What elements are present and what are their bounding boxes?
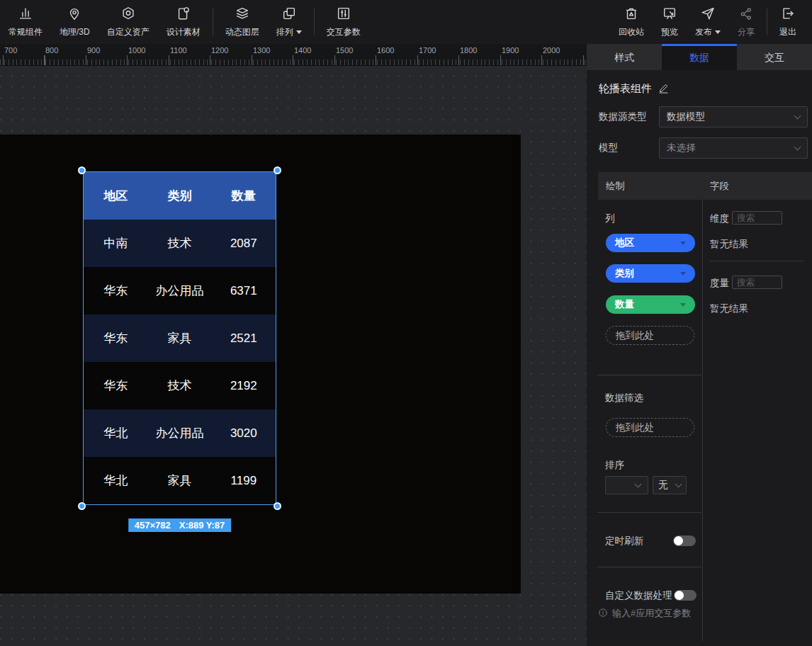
section-divider xyxy=(710,261,803,261)
app-window: 常规组件 地理/3D 自定义资产 设计素材 动态图层 排列 xyxy=(0,0,812,646)
table-cell: 办公用品 xyxy=(147,283,211,299)
selection-size-badge: 457×782 X:889 Y:87 xyxy=(128,518,232,532)
table-cell: 家具 xyxy=(147,472,211,489)
table-cell: 3020 xyxy=(212,426,276,441)
select-value: 无 xyxy=(658,479,668,492)
resize-handle-top-right[interactable] xyxy=(274,166,281,174)
share-nodes-icon xyxy=(738,6,754,23)
toolbar-divider xyxy=(767,8,767,35)
section-fields-label[interactable]: 字段 xyxy=(702,180,729,193)
settings-panel: 样式 数据 交互 轮播表组件 数据源类型 数据模型 模型 未选择 绘制 字段 列… xyxy=(587,44,812,646)
table-row: 华东 技术 2192 xyxy=(84,362,276,409)
toolbar-item-label: 分享 xyxy=(738,26,755,38)
toolbar-item-interaction-params[interactable]: 交互参数 xyxy=(318,0,369,44)
table-row: 华东 家具 2521 xyxy=(84,314,276,362)
sort-order-select[interactable]: 无 xyxy=(653,476,687,494)
bar-chart-icon xyxy=(18,6,33,23)
toolbar-left-group: 常规组件 地理/3D 自定义资产 设计素材 动态图层 排列 xyxy=(0,0,369,44)
tab-label: 数据 xyxy=(689,52,709,64)
timed-refresh-toggle[interactable] xyxy=(673,536,696,546)
data-filter-label: 数据筛选 xyxy=(605,392,643,404)
dimension-empty-text: 暂无结果 xyxy=(710,238,748,251)
toolbar-item-publish[interactable]: 发布 xyxy=(687,0,729,44)
ruler-label: 1900 xyxy=(502,46,519,55)
table-row: 华东 办公用品 6371 xyxy=(84,267,276,314)
editor-workspace[interactable]: 地区 类别 数量 中南 技术 2087 华东 办公用品 6371 华东 家具 xyxy=(0,66,587,646)
table-cell: 办公用品 xyxy=(147,425,211,441)
dropzone-label: 拖到此处 xyxy=(616,421,654,434)
tab-style[interactable]: 样式 xyxy=(587,44,662,70)
toolbar-item-label: 交互参数 xyxy=(327,26,361,38)
toolbar-item-share[interactable]: 分享 xyxy=(729,0,763,44)
arrange-icon xyxy=(281,6,297,23)
custom-processing-label: 自定义数据处理 xyxy=(605,590,672,601)
ruler-label: 1800 xyxy=(460,46,477,55)
table-cell: 华东 xyxy=(84,378,147,394)
component-title: 轮播表组件 xyxy=(599,82,652,96)
toolbar-item-recycle-bin[interactable]: 回收站 xyxy=(610,0,653,44)
design-canvas[interactable]: 地区 类别 数量 中南 技术 2087 华东 办公用品 6371 华东 家具 xyxy=(0,135,521,594)
section-divider xyxy=(597,567,701,567)
panel-vertical-divider xyxy=(702,200,703,641)
table-cell: 中南 xyxy=(84,235,147,251)
ruler-label: 1200 xyxy=(211,46,228,55)
toolbar-item-design-assets[interactable]: 设计素材 xyxy=(158,0,209,44)
toolbar-item-dynamic-layers[interactable]: 动态图层 xyxy=(217,0,268,44)
table-row: 华北 家具 1199 xyxy=(84,457,276,504)
toolbar-item-custom-assets[interactable]: 自定义资产 xyxy=(98,0,158,44)
table-header-cell: 地区 xyxy=(84,188,147,204)
resize-handle-bottom-right[interactable] xyxy=(274,502,281,510)
tab-interaction[interactable]: 交互 xyxy=(737,44,812,70)
toolbar-divider xyxy=(213,8,213,35)
toolbar-item-components[interactable]: 常规组件 xyxy=(0,0,51,44)
tab-label: 样式 xyxy=(614,52,634,64)
columns-dropzone[interactable]: 拖到此处 xyxy=(606,326,694,345)
selection-size: 457×782 xyxy=(135,520,171,531)
column-pill-quantity[interactable]: 数量 xyxy=(606,295,695,314)
measure-search-input[interactable] xyxy=(732,276,782,289)
sort-field-select[interactable] xyxy=(605,476,648,494)
datasource-type-select[interactable]: 数据模型 xyxy=(659,106,808,128)
chevron-down-icon xyxy=(635,480,642,487)
toolbar-item-exit[interactable]: 退出 xyxy=(771,0,805,44)
ruler-label: 1100 xyxy=(170,46,187,55)
section-draw-label[interactable]: 绘制 xyxy=(598,180,702,193)
tab-data[interactable]: 数据 xyxy=(662,44,737,70)
table-cell: 华北 xyxy=(84,425,147,441)
filter-dropzone[interactable]: 拖到此处 xyxy=(606,418,694,437)
toggle-knob xyxy=(674,536,683,545)
resize-handle-top-left[interactable] xyxy=(78,166,86,174)
dimension-search-input[interactable] xyxy=(732,211,782,225)
toolbar-right-group: 回收站 预览 发布 分享 退出 xyxy=(610,0,812,44)
toolbar-item-preview[interactable]: 预览 xyxy=(653,0,687,44)
toolbar-item-arrange[interactable]: 排列 xyxy=(268,0,310,44)
pill-label: 数量 xyxy=(615,298,634,311)
column-pill-region[interactable]: 地区 xyxy=(606,234,695,252)
columns-label: 列 xyxy=(605,213,615,225)
horizontal-ruler: 700 800 900 1000 1100 1200 1300 1400 150… xyxy=(0,44,587,66)
datasource-type-label: 数据源类型 xyxy=(599,111,647,123)
hexagon-asset-icon xyxy=(120,6,136,23)
table-row: 华北 办公用品 3020 xyxy=(84,409,276,457)
carousel-table-component[interactable]: 地区 类别 数量 中南 技术 2087 华东 办公用品 6371 华东 家具 xyxy=(83,171,276,505)
chevron-down-icon xyxy=(794,112,801,119)
toolbar-item-label: 排列 xyxy=(276,26,293,38)
design-asset-icon xyxy=(176,6,191,23)
edit-pencil-icon[interactable] xyxy=(658,83,669,96)
chevron-down-icon xyxy=(680,272,686,276)
ruler-label: 1000 xyxy=(128,46,145,55)
column-pill-category[interactable]: 类别 xyxy=(606,264,695,283)
resize-handle-bottom-left[interactable] xyxy=(78,502,86,510)
model-select[interactable]: 未选择 xyxy=(659,137,808,159)
pill-label: 地区 xyxy=(615,237,634,249)
ruler-label: 900 xyxy=(87,46,100,55)
table-cell: 家具 xyxy=(147,330,211,346)
toolbar-item-label: 自定义资产 xyxy=(107,26,150,38)
toolbar-divider xyxy=(314,8,315,35)
table-cell: 技术 xyxy=(147,378,211,394)
toolbar-item-geo3d[interactable]: 地理/3D xyxy=(51,0,98,44)
panel-tab-bar: 样式 数据 交互 xyxy=(587,44,812,70)
recycle-bin-icon xyxy=(624,6,639,23)
timed-refresh-label: 定时刷新 xyxy=(605,536,643,547)
custom-processing-toggle[interactable] xyxy=(674,590,697,601)
